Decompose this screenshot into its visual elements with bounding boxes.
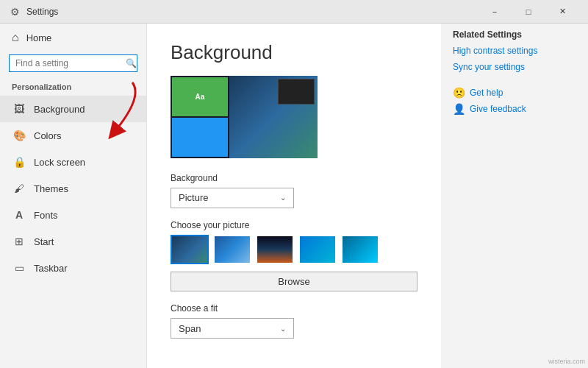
thumb-image-1 bbox=[172, 236, 207, 263]
preview-left-panel: Aa bbox=[171, 76, 229, 158]
themes-icon: 🖌 bbox=[12, 181, 26, 196]
sidebar-item-taskbar-label: Taskbar bbox=[34, 263, 68, 274]
background-icon: 🖼 bbox=[12, 102, 26, 116]
sidebar-item-background-label: Background bbox=[34, 104, 85, 115]
related-settings-title: Related Settings bbox=[453, 29, 588, 40]
sidebar-item-fonts-label: Fonts bbox=[34, 210, 58, 221]
close-button[interactable]: ✕ bbox=[545, 0, 579, 24]
background-dropdown[interactable]: Picture ⌄ bbox=[171, 188, 294, 208]
preview-desktop: Aa bbox=[171, 76, 318, 158]
main-layout: ⌂ Home 🔍 Personalization 🖼 Background 🎨 … bbox=[0, 24, 588, 368]
get-help-label: Get help bbox=[470, 88, 503, 98]
sidebar-item-taskbar[interactable]: ▭ Taskbar bbox=[0, 255, 146, 281]
window-controls: − □ ✕ bbox=[478, 0, 579, 24]
sidebar-item-start-label: Start bbox=[34, 236, 54, 247]
sync-settings-link[interactable]: Sync your settings bbox=[453, 62, 588, 72]
high-contrast-link[interactable]: High contrast settings bbox=[453, 46, 588, 56]
sidebar-item-colors-label: Colors bbox=[34, 130, 62, 141]
sidebar-item-home[interactable]: ⌂ Home bbox=[0, 24, 146, 52]
sidebar-item-fonts[interactable]: A Fonts bbox=[0, 202, 146, 228]
desktop-preview: Aa bbox=[171, 76, 318, 158]
picture-thumb-4[interactable] bbox=[298, 235, 337, 264]
home-icon: ⌂ bbox=[12, 31, 19, 44]
browse-button[interactable]: Browse bbox=[171, 272, 417, 292]
choose-fit-label: Choose a fit bbox=[171, 303, 417, 314]
right-panel: Related Settings High contrast settings … bbox=[441, 24, 588, 368]
fit-dropdown-arrow-icon: ⌄ bbox=[280, 325, 286, 333]
background-dropdown-value: Picture bbox=[179, 192, 208, 203]
sidebar-item-lock-screen[interactable]: 🔒 Lock screen bbox=[0, 149, 146, 175]
picture-thumb-1[interactable] bbox=[171, 235, 209, 264]
preview-green-tile: Aa bbox=[172, 77, 228, 116]
picture-thumbnails bbox=[171, 235, 417, 264]
related-divider bbox=[453, 78, 588, 87]
background-dropdown-label: Background bbox=[171, 173, 417, 183]
fit-dropdown-value: Span bbox=[179, 323, 201, 334]
sidebar-item-themes-label: Themes bbox=[34, 183, 68, 194]
home-label: Home bbox=[26, 32, 52, 43]
give-feedback-item[interactable]: 👤 Give feedback bbox=[453, 103, 588, 115]
colors-icon: 🎨 bbox=[12, 128, 26, 143]
preview-monitor bbox=[278, 79, 315, 105]
minimize-button[interactable]: − bbox=[478, 0, 512, 24]
start-icon: ⊞ bbox=[12, 234, 26, 249]
feedback-icon: 👤 bbox=[453, 103, 465, 115]
choose-picture-label: Choose your picture bbox=[171, 220, 417, 230]
settings-icon: ⚙ bbox=[9, 6, 21, 18]
sidebar: ⌂ Home 🔍 Personalization 🖼 Background 🎨 … bbox=[0, 24, 147, 368]
search-input[interactable] bbox=[15, 58, 126, 68]
sidebar-item-lock-label: Lock screen bbox=[34, 157, 85, 168]
dropdown-arrow-icon: ⌄ bbox=[280, 194, 286, 202]
main-content: Background Aa Background Picture ⌄ bbox=[147, 24, 441, 368]
lock-icon: 🔒 bbox=[12, 155, 26, 169]
get-help-item[interactable]: 🙁 Get help bbox=[453, 87, 588, 99]
give-feedback-label: Give feedback bbox=[470, 104, 526, 114]
search-box[interactable]: 🔍 bbox=[9, 54, 137, 72]
sidebar-item-background[interactable]: 🖼 Background bbox=[0, 96, 146, 122]
page-title: Background bbox=[171, 41, 417, 64]
preview-blue-tile bbox=[172, 118, 228, 157]
maximize-button[interactable]: □ bbox=[512, 0, 545, 24]
picture-thumb-5[interactable] bbox=[341, 235, 379, 264]
sidebar-item-start[interactable]: ⊞ Start bbox=[0, 228, 146, 255]
sidebar-item-colors[interactable]: 🎨 Colors bbox=[0, 122, 146, 149]
picture-thumb-2[interactable] bbox=[213, 235, 251, 264]
thumb-image-4 bbox=[300, 236, 335, 263]
sidebar-item-themes[interactable]: 🖌 Themes bbox=[0, 175, 146, 202]
fonts-icon: A bbox=[12, 208, 26, 222]
personalization-section-label: Personalization bbox=[0, 78, 146, 96]
titlebar-title: Settings bbox=[26, 7, 478, 17]
picture-thumb-3[interactable] bbox=[256, 235, 294, 264]
thumb-image-2 bbox=[215, 236, 250, 263]
content-area: Background Aa Background Picture ⌄ bbox=[147, 24, 588, 368]
search-icon: 🔍 bbox=[126, 58, 137, 68]
watermark: wisteria.com bbox=[548, 358, 585, 365]
get-help-icon: 🙁 bbox=[453, 87, 465, 99]
titlebar: ⚙ Settings − □ ✕ bbox=[0, 0, 588, 24]
fit-dropdown[interactable]: Span ⌄ bbox=[171, 318, 294, 339]
taskbar-icon: ▭ bbox=[12, 261, 26, 275]
thumb-image-3 bbox=[257, 236, 293, 263]
preview-right-panel bbox=[229, 76, 318, 158]
thumb-image-5 bbox=[343, 236, 378, 263]
